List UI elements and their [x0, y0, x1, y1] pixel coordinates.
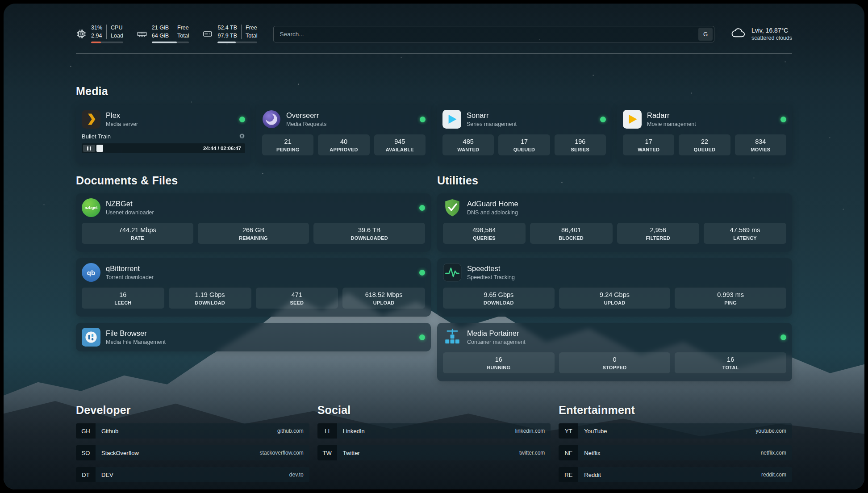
- bookmark-url: twitter.com: [519, 450, 551, 456]
- bookmark-name: Netflix: [584, 450, 600, 456]
- cpu-progress-fill: [91, 42, 101, 43]
- app-subtitle: Series management: [467, 121, 517, 127]
- stat-label: REMAINING: [200, 235, 308, 241]
- bookmark-url: netflix.com: [761, 450, 792, 456]
- radarr-card[interactable]: Radarr Movie management 17 WANTED 22 QUE…: [617, 105, 792, 163]
- portainer-card[interactable]: Media Portainer Container management 16 …: [437, 323, 792, 381]
- app-name: Overseerr: [286, 111, 326, 120]
- plex-card[interactable]: Plex Media server Bullet Train ⚙ 24:44 /…: [76, 105, 251, 163]
- stars-background: [4, 4, 4, 4]
- bookmark-group-entertainment: Entertainment YT YouTube youtube.com NF …: [559, 404, 792, 482]
- settings-gear-icon[interactable]: ⚙: [239, 132, 245, 140]
- bookmark-youtube[interactable]: YT YouTube youtube.com: [559, 423, 792, 439]
- metric-divider: [173, 25, 173, 39]
- memory-total-label: Total: [177, 33, 189, 40]
- search-engine-button[interactable]: G: [698, 28, 713, 41]
- stat-value: 86,401: [532, 226, 611, 234]
- cloud-icon: [730, 27, 747, 41]
- stat-running: 16 RUNNING: [443, 352, 555, 373]
- disk-free-label: Free: [246, 25, 257, 32]
- app-subtitle: Torrent downloader: [106, 274, 154, 280]
- stat-download: 1.19 Gbps DOWNLOAD: [169, 288, 251, 309]
- stat-label: STOPPED: [561, 365, 669, 370]
- system-metrics: 31% 2.94 CPU Load: [76, 25, 257, 43]
- bookmark-stackoverflow[interactable]: SO StackOverflow stackoverflow.com: [76, 445, 309, 460]
- bookmark-name: Twitter: [343, 450, 360, 456]
- stat-label: QUEUED: [500, 147, 548, 152]
- pause-button[interactable]: [83, 145, 95, 152]
- app-name: AdGuard Home: [467, 200, 518, 208]
- status-online-dot: [239, 117, 245, 122]
- bookmark-name: Github: [101, 428, 118, 435]
- bookmark-reddit[interactable]: RE Reddit reddit.com: [559, 467, 792, 482]
- stat-label: WANTED: [444, 147, 492, 152]
- status-online-dot: [419, 334, 425, 340]
- memory-usage-widget: 21 GiB 64 GiB Free Total: [137, 25, 189, 43]
- qbittorrent-card[interactable]: qb qBittorrent Torrent downloader 16 LEE…: [76, 258, 431, 317]
- stat-available: 945 AVAILABLE: [374, 134, 426, 155]
- stat-upload: 9.24 Gbps UPLOAD: [559, 288, 671, 309]
- overseerr-card[interactable]: Overseerr Media Requests 21 PENDING 40 A…: [256, 105, 431, 163]
- stat-value: 22: [680, 138, 728, 145]
- app-subtitle: Speedtest Tracking: [467, 274, 515, 280]
- bookmark-dev[interactable]: DT DEV dev.to: [76, 467, 309, 482]
- search-input[interactable]: [273, 26, 714, 42]
- stat-ping: 0.993 ms PING: [675, 288, 786, 309]
- memory-progress-fill: [152, 42, 177, 43]
- nzbget-card[interactable]: nzbget NZBGet Usenet downloader 744.21 M…: [76, 193, 431, 252]
- memory-icon: [137, 29, 147, 39]
- header-divider: [76, 53, 792, 54]
- sonarr-card[interactable]: Sonarr Series management 485 WANTED 17 Q…: [437, 105, 612, 163]
- app-subtitle: Media server: [106, 121, 138, 127]
- app-name: NZBGet: [106, 200, 154, 208]
- stat-value: 485: [444, 138, 492, 145]
- stat-label: RATE: [83, 235, 192, 241]
- app-name: Plex: [106, 111, 138, 120]
- bookmark-twitter[interactable]: TW Twitter twitter.com: [317, 445, 551, 460]
- stat-remaining: 266 GB REMAINING: [198, 223, 309, 244]
- filebrowser-card[interactable]: File Browser Media File Management: [76, 323, 431, 351]
- adguard-card[interactable]: AdGuard Home DNS and adblocking 498,564 …: [437, 193, 792, 252]
- app-name: Sonarr: [467, 111, 517, 120]
- stat-label: APPROVED: [320, 147, 367, 152]
- disk-progress-bar: [217, 42, 257, 43]
- stat-label: UPLOAD: [561, 300, 669, 305]
- cpu-progress-bar: [91, 42, 123, 43]
- stat-value: 40: [320, 138, 367, 145]
- cpu-label: CPU: [111, 25, 123, 32]
- stat-queued: 22 QUEUED: [679, 134, 730, 155]
- stat-value: 39.6 TB: [315, 226, 423, 234]
- youtube-badge: YT: [559, 423, 578, 439]
- weather-condition: scattered clouds: [751, 35, 792, 41]
- portainer-crane-icon: [443, 328, 462, 347]
- app-subtitle: Media File Management: [106, 339, 166, 345]
- bookmark-linkedin[interactable]: LI LinkedIn linkedin.com: [317, 423, 551, 439]
- playback-time: 24:44 / 02:06:47: [203, 143, 241, 153]
- speedtest-card[interactable]: Speedtest Speedtest Tracking 9.65 Gbps D…: [437, 258, 792, 317]
- app-subtitle: Media Requests: [286, 121, 326, 127]
- disk-total-value: 97.9 TB: [217, 33, 237, 40]
- app-name: qBittorrent: [106, 264, 154, 273]
- dashboard-window: 31% 2.94 CPU Load: [4, 4, 864, 489]
- stat-value: 196: [556, 138, 604, 145]
- header-bar: 31% 2.94 CPU Load: [76, 21, 792, 46]
- stat-label: TOTAL: [676, 365, 785, 370]
- stat-label: DOWNLOAD: [445, 300, 553, 305]
- playback-progress-bar[interactable]: 24:44 / 02:06:47: [82, 143, 245, 153]
- stat-value: 744.21 Mbps: [83, 226, 192, 234]
- cpu-load-value: 2.94: [91, 33, 102, 40]
- cpu-percent-value: 31%: [91, 25, 102, 32]
- app-subtitle: Container management: [467, 339, 526, 345]
- bookmark-name: Reddit: [584, 472, 601, 478]
- stat-label: MOVIES: [737, 147, 785, 152]
- stat-value: 16: [445, 356, 553, 363]
- stat-value: 16: [676, 356, 785, 363]
- utilities-column: Utilities AdGuard Home DNS and: [437, 174, 792, 381]
- stat-total: 16 TOTAL: [675, 352, 786, 373]
- github-badge: GH: [76, 423, 96, 439]
- nzbget-icon: nzbget: [82, 198, 100, 217]
- filebrowser-icon: [82, 328, 100, 347]
- stat-value: 47.569 ms: [705, 226, 785, 234]
- bookmark-github[interactable]: GH Github github.com: [76, 423, 309, 439]
- bookmark-netflix[interactable]: NF Netflix netflix.com: [559, 445, 792, 460]
